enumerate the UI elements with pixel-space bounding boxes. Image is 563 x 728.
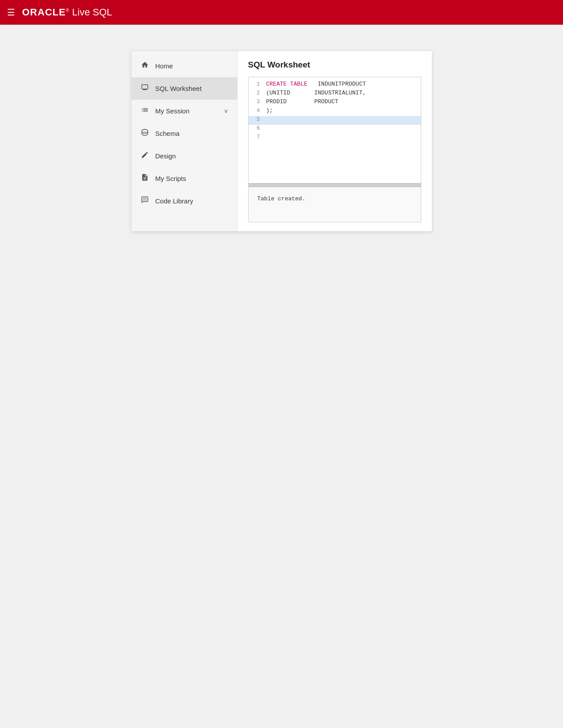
design-icon bbox=[140, 151, 149, 161]
sql-line-2: 2 (UNITID INDUSTRIALUNIT, bbox=[249, 90, 421, 98]
sidebar-item-my-session-label: My Session bbox=[155, 107, 218, 115]
editor-separator bbox=[248, 184, 421, 187]
output-area: Table created. bbox=[248, 187, 421, 222]
app-header: ☰ ORACLE® Live SQL bbox=[0, 0, 563, 25]
line-number-4: 4 bbox=[249, 107, 264, 114]
line-number-3: 3 bbox=[249, 98, 264, 105]
line-number-2: 2 bbox=[249, 90, 264, 96]
line-content-2: (UNITID INDUSTRIALUNIT, bbox=[264, 90, 421, 96]
line-number-1: 1 bbox=[249, 81, 264, 87]
line-content-4: ); bbox=[264, 107, 421, 114]
menu-icon[interactable]: ☰ bbox=[7, 7, 15, 18]
monitor-icon bbox=[140, 83, 149, 94]
line-number-5: 5 bbox=[249, 116, 264, 123]
sidebar: Home SQL Worksheet bbox=[132, 51, 238, 231]
sql-line-1: 1 CREATE TABLE INDUNITPRODUCT bbox=[249, 81, 421, 90]
sidebar-item-schema-label: Schema bbox=[155, 130, 228, 137]
sidebar-item-my-scripts[interactable]: My Scripts bbox=[132, 167, 237, 190]
sql-line-4: 4 ); bbox=[249, 107, 421, 116]
sql-line-3: 3 PRODID PRODUCT bbox=[249, 98, 421, 107]
sidebar-item-home[interactable]: Home bbox=[132, 55, 237, 77]
sidebar-item-schema[interactable]: Schema bbox=[132, 122, 237, 145]
home-icon bbox=[140, 61, 149, 71]
library-icon bbox=[140, 196, 149, 206]
sidebar-item-code-library-label: Code Library bbox=[155, 197, 228, 205]
scripts-icon bbox=[140, 173, 149, 184]
registered-mark: ® bbox=[66, 8, 69, 13]
product-name: Live SQL bbox=[72, 7, 112, 18]
output-text: Table created. bbox=[257, 195, 306, 202]
line-content-6 bbox=[264, 125, 421, 131]
chevron-down-icon: ∨ bbox=[224, 108, 228, 114]
oracle-logo-text: ORACLE® bbox=[22, 7, 69, 18]
sql-editor-content[interactable]: 1 CREATE TABLE INDUNITPRODUCT 2 (UNITID … bbox=[249, 77, 421, 183]
sidebar-item-my-session[interactable]: My Session ∨ bbox=[132, 100, 237, 122]
sidebar-item-code-library[interactable]: Code Library bbox=[132, 190, 237, 212]
main-layout: Home SQL Worksheet bbox=[132, 51, 432, 231]
session-icon bbox=[140, 106, 149, 116]
page-wrapper: Home SQL Worksheet bbox=[0, 25, 563, 231]
main-content: SQL Worksheet 1 CREATE TABLE INDUNITPROD… bbox=[238, 51, 432, 231]
line-content-3: PRODID PRODUCT bbox=[264, 98, 421, 105]
schema-icon bbox=[140, 128, 149, 139]
sql-keyword-create-table: CREATE TABLE bbox=[266, 81, 308, 87]
sidebar-item-home-label: Home bbox=[155, 62, 228, 70]
line-number-6: 6 bbox=[249, 125, 264, 131]
sidebar-item-design-label: Design bbox=[155, 152, 228, 160]
app-logo: ORACLE® Live SQL bbox=[22, 7, 112, 18]
sidebar-item-my-scripts-label: My Scripts bbox=[155, 175, 228, 182]
sql-editor[interactable]: 1 CREATE TABLE INDUNITPRODUCT 2 (UNITID … bbox=[248, 77, 421, 184]
sql-text-1: INDUNITPRODUCT bbox=[311, 81, 366, 87]
line-content-1: CREATE TABLE INDUNITPRODUCT bbox=[264, 81, 421, 87]
sidebar-item-sql-worksheet-label: SQL Worksheet bbox=[155, 85, 228, 92]
sql-line-7: 7 bbox=[249, 134, 421, 143]
app-container: Home SQL Worksheet bbox=[132, 51, 432, 231]
sidebar-item-sql-worksheet[interactable]: SQL Worksheet bbox=[132, 77, 237, 100]
page-title: SQL Worksheet bbox=[248, 60, 421, 70]
line-number-7: 7 bbox=[249, 134, 264, 140]
line-content-5 bbox=[264, 116, 421, 123]
sidebar-item-design[interactable]: Design bbox=[132, 145, 237, 167]
line-content-7 bbox=[264, 134, 421, 140]
sql-line-5: 5 bbox=[249, 116, 421, 125]
sql-line-6: 6 bbox=[249, 125, 421, 134]
